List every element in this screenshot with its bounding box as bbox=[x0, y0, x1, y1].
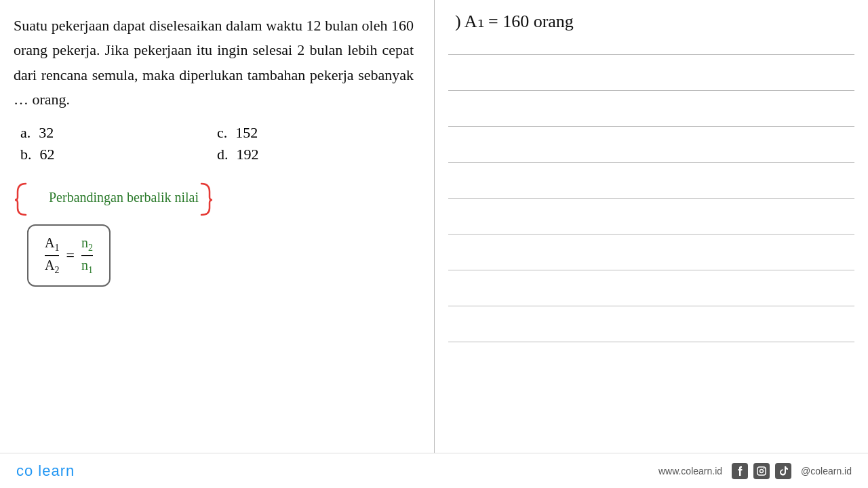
formula-inner: A1 A2 = n2 n1 bbox=[45, 235, 93, 276]
answer-options: a. 32 c. 152 b. 62 d. 192 bbox=[14, 124, 414, 163]
rule-line-1 bbox=[448, 54, 854, 55]
option-b-value: 62 bbox=[40, 146, 55, 163]
footer-logo-text: co learn bbox=[16, 462, 75, 479]
main-container: Suatu pekerjaan dapat diselesaikan dalam… bbox=[0, 0, 868, 488]
option-b: b. 62 bbox=[20, 146, 217, 163]
svg-rect-0 bbox=[757, 467, 766, 475]
instagram-icon bbox=[753, 463, 770, 479]
rule-line-5 bbox=[448, 198, 854, 199]
footer: co learn www.colearn.id bbox=[0, 453, 868, 488]
formula-box: A1 A2 = n2 n1 bbox=[27, 224, 111, 287]
fraction-right: n2 n1 bbox=[81, 235, 93, 276]
footer-right: www.colearn.id bbox=[658, 463, 852, 479]
rule-line-3 bbox=[448, 126, 854, 127]
rule-line-2 bbox=[448, 90, 854, 91]
question-text: Suatu pekerjaan dapat diselesaikan dalam… bbox=[14, 14, 414, 112]
rule-line-4 bbox=[448, 162, 854, 163]
fraction-left-denominator: A2 bbox=[45, 256, 59, 276]
footer-url: www.colearn.id bbox=[658, 466, 722, 476]
svg-point-2 bbox=[764, 468, 765, 469]
rule-line-7 bbox=[448, 270, 854, 270]
option-c-value: 152 bbox=[235, 124, 258, 142]
annotation-label: Perbandingan berbalik nilai bbox=[49, 190, 199, 205]
left-curly-brace-icon bbox=[14, 182, 28, 216]
fraction-right-denominator: n1 bbox=[81, 256, 93, 276]
option-b-label: b. bbox=[20, 146, 32, 163]
option-a-label: a. bbox=[20, 124, 31, 142]
fraction-left: A1 A2 bbox=[45, 235, 59, 276]
option-d-label: d. bbox=[217, 146, 229, 163]
right-panel: ) A₁ = 160 orang bbox=[434, 0, 868, 488]
rule-line-8 bbox=[448, 306, 854, 306]
equals-sign: = bbox=[66, 247, 74, 264]
right-curly-brace-icon bbox=[199, 182, 214, 216]
fraction-left-numerator: A1 bbox=[45, 235, 59, 256]
rule-line-6 bbox=[448, 234, 854, 235]
rule-line-9 bbox=[448, 342, 854, 342]
option-a: a. 32 bbox=[20, 124, 217, 142]
tiktok-icon bbox=[775, 463, 791, 479]
right-top-note: ) A₁ = 160 orang bbox=[455, 11, 854, 32]
option-d-value: 192 bbox=[237, 146, 259, 163]
footer-handle: @colearn.id bbox=[801, 466, 852, 476]
option-d: d. 192 bbox=[217, 146, 414, 163]
svg-point-1 bbox=[760, 469, 764, 472]
footer-logo: co learn bbox=[16, 462, 75, 480]
annotation-row: Perbandingan berbalik nilai bbox=[14, 182, 414, 216]
fraction-right-numerator: n2 bbox=[81, 235, 93, 256]
lines-container bbox=[435, 54, 868, 447]
option-a-value: 32 bbox=[39, 124, 54, 142]
left-panel: Suatu pekerjaan dapat diselesaikan dalam… bbox=[0, 0, 434, 488]
annotation-area: Perbandingan berbalik nilai A1 A2 = n2 bbox=[14, 182, 414, 287]
facebook-icon bbox=[732, 463, 748, 479]
option-c-label: c. bbox=[217, 124, 227, 142]
option-c: c. 152 bbox=[217, 124, 414, 142]
footer-social bbox=[732, 463, 791, 479]
